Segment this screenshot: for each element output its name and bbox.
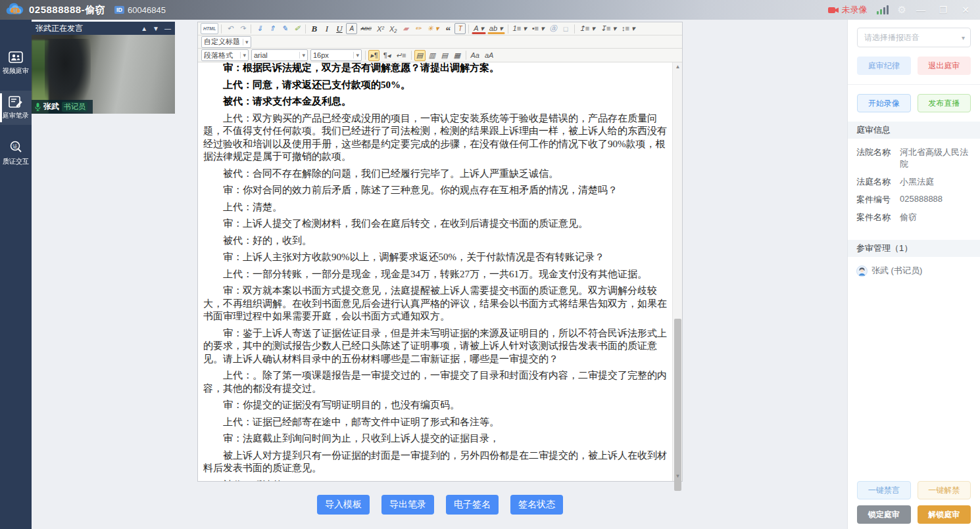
video-court-icon — [9, 51, 23, 63]
camera-icon — [828, 7, 839, 14]
evidence-exchange-icon: 证 — [9, 141, 23, 154]
undo-icon[interactable]: ↶ — [224, 23, 235, 34]
collapse-down-icon[interactable]: ▼ — [153, 25, 159, 32]
court-discipline-button[interactable]: 庭审纪律 — [857, 57, 911, 75]
highlight-color-button[interactable]: ab ▾ — [487, 23, 505, 34]
toolbar-button[interactable] — [574, 24, 575, 34]
eraser-icon[interactable]: ▰ — [400, 23, 411, 34]
custom-heading-select[interactable]: 自定义标题▾ — [201, 36, 251, 48]
ltr-button[interactable]: ▸¶ — [368, 50, 380, 61]
scrollbar-thumb[interactable] — [674, 319, 681, 491]
close-button[interactable]: ✕ — [960, 5, 971, 15]
import-template-button[interactable]: 导入模板 — [317, 495, 370, 515]
scroll-up-icon[interactable]: ▲ — [673, 62, 683, 72]
collapse-up-icon[interactable]: ▲ — [141, 25, 147, 32]
toolbar-button[interactable] — [251, 24, 251, 34]
underline-button[interactable]: U — [333, 23, 345, 34]
transcript-text: 审：根据民诉法规定，双方是否有调解意愿？请提出调解方案。上代：同意，请求返还已支… — [203, 62, 667, 481]
publish-live-button[interactable]: 发布直播 — [918, 94, 971, 112]
transcript-paragraph: 被代：好的，收到。 — [203, 235, 667, 248]
align-center-button[interactable]: ▥ — [427, 50, 438, 61]
window-title: 025888888-偷窃 — [29, 4, 105, 16]
court-info-header: 庭审信息 — [848, 122, 980, 139]
transcript-paragraph: 被代：请求支付本金及利息。 — [203, 95, 667, 108]
transcript-paragraph: 审：你对合同的效力前后矛盾，陈述了三种意见。你的观点存在互相矛盾的情况，清楚吗？ — [203, 184, 667, 197]
superscript-button[interactable]: X² — [375, 23, 386, 34]
participant-name: 张武 (书记员) — [871, 265, 922, 277]
paragraph-format-select[interactable]: 段落格式▾ — [201, 49, 249, 61]
redo-icon[interactable]: ↷ — [237, 23, 248, 34]
export-transcript-button[interactable]: 导出笔录 — [381, 495, 434, 515]
font-color-button[interactable]: A ▾ — [472, 23, 486, 34]
subscript-button[interactable]: X₂ — [387, 23, 399, 34]
transcript-paragraph: 被上诉人对方提到只有一份证据的封面是一审提到的，另外四份都是在二审提交的，被上诉… — [203, 449, 667, 475]
strikethrough-button[interactable]: ABC — [358, 23, 373, 34]
exit-court-button[interactable]: 退出庭审 — [918, 57, 971, 75]
minimize-button[interactable]: — — [916, 5, 926, 15]
panel-minimize-icon[interactable]: — — [164, 25, 171, 32]
speaking-status-text: 张武正在发言 — [36, 23, 141, 34]
clean-format-icon[interactable]: ✳ ▾ — [425, 23, 441, 34]
sidebar-item-video-court[interactable]: 视频庭审 — [0, 46, 32, 80]
participant-row[interactable]: 张武 (书记员) — [848, 257, 980, 285]
info-row: 法庭名称 小黑法庭 — [856, 176, 971, 188]
e-signature-button[interactable]: 电子签名 — [446, 495, 499, 515]
start-recording-button[interactable]: 开始录像 — [857, 94, 911, 112]
mute-all-button[interactable]: 一键禁言 — [857, 481, 911, 499]
transcript-paragraph: 审：根据民诉法规定，双方是否有调解意愿？请提出调解方案。 — [203, 62, 667, 75]
unlock-court-button[interactable]: 解锁庭审 — [918, 505, 971, 524]
toolbar-button[interactable] — [508, 24, 508, 34]
text-wrap-button[interactable]: ↵≡ — [394, 50, 408, 61]
unordered-list-button[interactable]: •≡ ▾ — [530, 23, 547, 34]
signature-status-button[interactable]: 签名状态 — [510, 495, 563, 515]
transcript-paragraph: 被代：合同不存在解除的问题，我们已经履行完毕了。上诉人严重缺乏诚信。 — [203, 168, 667, 181]
italic-button[interactable]: I — [321, 23, 332, 34]
align-right-button[interactable]: ▤ — [439, 50, 451, 61]
toolbar-button[interactable] — [468, 24, 469, 34]
font-family-select[interactable]: arial▾ — [251, 49, 308, 61]
svg-text:证: 证 — [12, 143, 18, 149]
html-source-button[interactable]: HTML — [201, 23, 218, 34]
ordered-list-button[interactable]: 1≡ ▾ — [511, 23, 529, 34]
indent-button[interactable]: ↥≡ ▾ — [577, 23, 597, 34]
new-page-button[interactable]: □ — [560, 23, 572, 34]
unmute-all-button[interactable]: 一键解禁 — [918, 481, 971, 499]
anchor-button[interactable]: ⓐ — [548, 23, 559, 34]
toolbar-button[interactable] — [411, 51, 412, 60]
app-logo-icon — [5, 3, 25, 17]
court-record-icon — [9, 96, 23, 108]
toolbar-button[interactable] — [466, 51, 466, 60]
transcript-paragraph: 上代：双方购买的产品已经变成没用的项目，一审认定安装系统等于验收是错误的，产品存… — [203, 112, 667, 164]
lowercase-button[interactable]: aA — [483, 50, 495, 61]
toolbar-button[interactable] — [305, 24, 306, 34]
rtl-button[interactable]: ¶◂ — [381, 50, 392, 61]
toolbar-button[interactable] — [221, 24, 222, 34]
speaker-role-badge: 书记员 — [62, 102, 87, 112]
microphone-icon — [35, 103, 41, 111]
paragraph-dir-button[interactable]: ↧≡ ▾ — [599, 23, 618, 34]
uppercase-button[interactable]: Aa — [469, 50, 481, 61]
char-border-button[interactable]: A — [346, 23, 357, 34]
import-doc-icon[interactable]: ⇓ — [254, 23, 265, 34]
settings-gear-icon[interactable]: ⚙ — [898, 4, 906, 16]
font-size-select[interactable]: 16px▾ — [310, 49, 362, 61]
lock-court-button[interactable]: 锁定庭审 — [857, 505, 911, 524]
align-left-button[interactable]: ▤ — [414, 50, 426, 61]
sidebar-item-evidence-exchange[interactable]: 证 质证交互 — [0, 135, 32, 171]
format-brush-icon[interactable]: ✏ — [412, 23, 424, 34]
sign-pen-icon[interactable]: ✐ — [291, 23, 303, 34]
broadcast-voice-select[interactable]: 请选择播报语音 ▾ — [857, 28, 971, 47]
bold-button[interactable]: B — [308, 23, 320, 34]
network-signal-icon — [877, 5, 889, 14]
edit-pencil-icon[interactable]: ✎ — [279, 23, 290, 34]
editor-scrollbar[interactable]: ▲ ▼ — [672, 62, 682, 481]
scroll-down-icon[interactable]: ▼ — [673, 472, 683, 481]
maximize-button[interactable]: ❐ — [938, 5, 948, 15]
transcript-content-area[interactable]: 审：根据民诉法规定，双方是否有调解意愿？请提出调解方案。上代：同意，请求返还已支… — [198, 62, 672, 481]
paste-text-icon[interactable]: T — [454, 23, 466, 34]
line-height-button[interactable]: ↕≡ ▾ — [620, 23, 637, 34]
blockquote-button[interactable]: “ — [442, 23, 453, 34]
sidebar-item-court-record[interactable]: 庭审笔录 — [0, 91, 32, 125]
align-justify-button[interactable]: ▦ — [452, 50, 463, 61]
export-doc-icon[interactable]: ⇑ — [266, 23, 278, 34]
